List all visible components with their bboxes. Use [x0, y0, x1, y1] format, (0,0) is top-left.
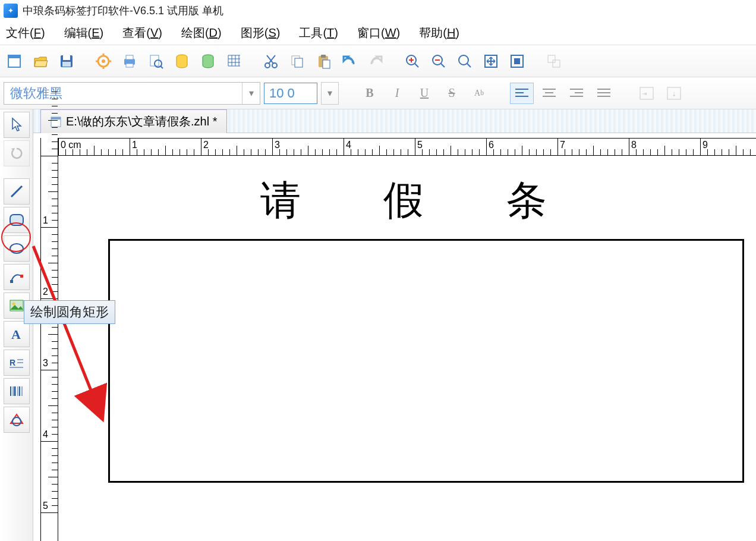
svg-rect-69	[10, 280, 13, 283]
menu-shape[interactable]: 图形(S)	[237, 23, 284, 43]
open-button[interactable]	[30, 51, 51, 72]
svg-rect-49	[553, 60, 560, 67]
ellipse-tool[interactable]	[4, 235, 30, 262]
svg-line-16	[160, 66, 163, 68]
text-direction-v-button[interactable]: ⇣	[662, 83, 686, 104]
line-tool[interactable]	[4, 178, 30, 205]
svg-line-41	[441, 64, 445, 67]
svg-text:A: A	[11, 327, 21, 341]
page-canvas[interactable]: 请 假 条	[58, 156, 756, 541]
align-right-button[interactable]	[565, 83, 588, 104]
svg-line-37	[415, 64, 418, 67]
format-toolbar: 微软雅黑 ▾ ▾ B I U S Ab ⇥ ⇣	[0, 77, 756, 109]
svg-rect-34	[321, 55, 326, 58]
svg-line-66	[11, 186, 22, 197]
svg-rect-12	[126, 55, 133, 59]
svg-text:⇥: ⇥	[642, 90, 647, 97]
barcode-tool[interactable]	[4, 378, 30, 404]
app-icon: ✦	[4, 4, 18, 18]
document-path: E:\做的东东\文章请假条.zhl *	[66, 114, 217, 130]
grid-button[interactable]	[223, 51, 245, 72]
rounded-rect-tool[interactable]	[4, 207, 30, 233]
menu-window[interactable]: 窗口(W)	[354, 23, 404, 43]
svg-point-84	[12, 417, 21, 426]
preview-button[interactable]	[145, 51, 166, 72]
svg-rect-4	[62, 62, 71, 67]
save-button[interactable]	[56, 51, 77, 72]
pointer-tool[interactable]	[4, 112, 30, 138]
svg-rect-32	[295, 58, 303, 67]
svg-rect-3	[63, 55, 70, 60]
svg-point-6	[102, 59, 105, 63]
align-left-button[interactable]	[510, 83, 534, 104]
paste-button[interactable]	[313, 51, 334, 72]
new-doc-button[interactable]	[4, 51, 25, 72]
svg-rect-47	[514, 58, 520, 64]
svg-point-43	[459, 55, 468, 65]
canvas-area: E:\做的东东\文章请假条.zhl * 0 cm123456789 12345 …	[33, 109, 756, 541]
svg-text:R: R	[10, 358, 15, 367]
undo-button[interactable]	[339, 51, 360, 72]
svg-rect-67	[10, 215, 23, 225]
font-size-input[interactable]	[264, 83, 317, 104]
menu-tool[interactable]: 工具(T)	[295, 23, 342, 43]
copy-button[interactable]	[286, 51, 308, 72]
cut-button[interactable]	[260, 51, 282, 72]
menu-draw[interactable]: 绘图(D)	[178, 23, 225, 43]
ruler-horizontal[interactable]: 0 cm123456789	[58, 138, 756, 156]
canvas-title-text[interactable]: 请 假 条	[260, 174, 582, 228]
superscript-button[interactable]: Ab	[467, 83, 491, 104]
zoom-button[interactable]	[454, 51, 475, 72]
left-toolbox: A R	[0, 109, 33, 541]
font-size-dropdown[interactable]: ▾	[321, 82, 339, 105]
rectangle-shape[interactable]	[108, 239, 744, 483]
svg-rect-86	[51, 117, 61, 119]
svg-text:⇣: ⇣	[672, 91, 676, 97]
group-button[interactable]	[543, 51, 565, 72]
text-direction-button[interactable]: ⇥	[635, 83, 659, 104]
document-tab[interactable]: E:\做的东东\文章请假条.zhl *	[40, 109, 227, 133]
svg-rect-35	[323, 60, 330, 68]
svg-rect-13	[126, 64, 133, 67]
fit-selection-button[interactable]	[506, 51, 528, 72]
shape-tool[interactable]	[4, 407, 30, 433]
menu-bar: 文件(F) 编辑(E) 查看(V) 绘图(D) 图形(S) 工具(T) 窗口(W…	[0, 21, 756, 45]
database-button[interactable]	[171, 51, 193, 72]
richtext-tool[interactable]: R	[4, 350, 30, 376]
align-justify-button[interactable]	[592, 83, 616, 104]
redo-button[interactable]	[365, 51, 386, 72]
menu-file[interactable]: 文件(F)	[2, 23, 49, 43]
menu-edit[interactable]: 编辑(E)	[61, 23, 108, 43]
svg-rect-1	[8, 55, 20, 58]
print-button[interactable]	[119, 51, 140, 72]
menu-help[interactable]: 帮助(H)	[415, 23, 463, 43]
svg-line-44	[467, 64, 471, 67]
ruler-vertical[interactable]: 12345	[40, 138, 58, 541]
svg-point-72	[12, 303, 15, 306]
italic-button[interactable]: I	[385, 83, 409, 104]
settings-button[interactable]	[93, 51, 114, 72]
workspace: A R E:\做的东东\文章请假条.zhl * 0 cm123456789 12…	[0, 109, 756, 541]
svg-rect-48	[548, 55, 555, 62]
align-center-button[interactable]	[537, 83, 561, 104]
document-icon	[51, 117, 61, 127]
title-bar: ✦ 中琅条码标签打印软件-V6.5.1 试用版 单机	[0, 0, 756, 21]
underline-button[interactable]: U	[412, 83, 436, 104]
menu-view[interactable]: 查看(V)	[119, 23, 166, 43]
zoom-out-button[interactable]	[428, 51, 449, 72]
text-tool[interactable]: A	[4, 321, 30, 347]
chevron-down-icon[interactable]: ▾	[242, 83, 260, 104]
svg-point-68	[10, 244, 23, 253]
fit-screen-button[interactable]	[480, 51, 502, 72]
window-title: 中琅条码标签打印软件-V6.5.1 试用版 单机	[23, 4, 223, 18]
main-toolbar	[0, 45, 756, 77]
font-name-display: 微软雅黑	[4, 84, 242, 102]
strikethrough-button[interactable]: S	[440, 83, 464, 104]
rotate-tool[interactable]	[4, 140, 30, 166]
bold-button[interactable]: B	[358, 83, 382, 104]
zoom-in-button[interactable]	[402, 51, 423, 72]
font-family-select[interactable]: 微软雅黑 ▾	[4, 82, 260, 105]
database-link-button[interactable]	[197, 51, 219, 72]
tooltip-rounded-rect: 绘制圆角矩形	[24, 300, 115, 324]
bezier-tool[interactable]	[4, 264, 30, 290]
